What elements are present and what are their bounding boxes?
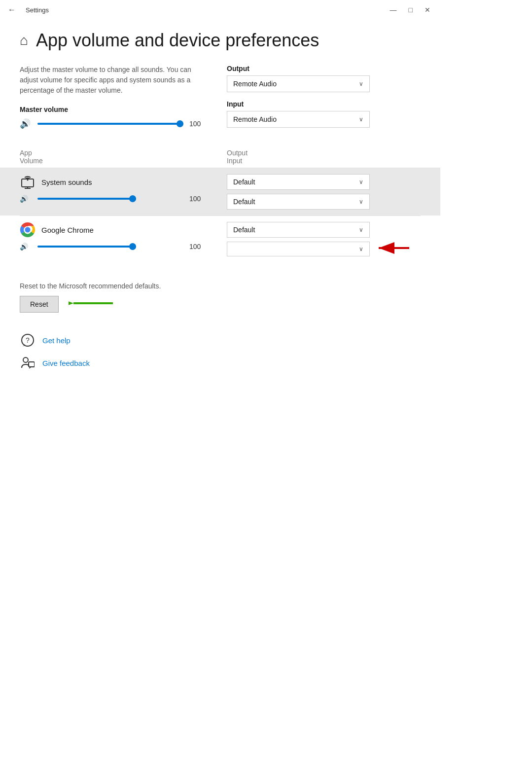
app-table-header: App Volume Output Input	[20, 149, 421, 168]
system-sounds-name-row: System sounds	[20, 174, 207, 190]
titlebar: ← Settings — □ ✕	[0, 0, 440, 20]
app-col-left-header: App Volume	[20, 149, 207, 165]
chrome-row: Google Chrome 🔊 100 Default ∨	[20, 215, 421, 262]
green-arrow-icon	[69, 297, 118, 311]
chrome-icon	[20, 222, 35, 238]
chrome-output-chevron: ∨	[359, 226, 363, 233]
chrome-left: Google Chrome 🔊 100	[20, 222, 207, 251]
app-section: App Volume Output Input	[20, 149, 421, 262]
output-label: Output	[227, 65, 421, 72]
top-section: Adjust the master volume to change all s…	[20, 65, 421, 129]
app-header-top: App	[20, 149, 207, 157]
reset-button[interactable]: Reset	[20, 296, 59, 313]
close-button[interactable]: ✕	[421, 5, 434, 15]
input-dropdown[interactable]: Remote Audio ∨	[227, 111, 370, 128]
system-sounds-left: System sounds 🔊 100	[20, 174, 207, 204]
system-sounds-right: Default ∨ Default ∨	[207, 174, 421, 210]
chrome-slider-container	[37, 242, 183, 251]
minimize-button[interactable]: —	[386, 5, 401, 15]
output-header: Output	[227, 149, 421, 157]
red-arrow-icon	[375, 242, 414, 256]
system-sounds-slider-container	[37, 194, 183, 204]
chrome-right: Default ∨ ∨	[207, 222, 421, 256]
svg-text:?: ?	[26, 336, 30, 344]
maximize-button[interactable]: □	[405, 5, 417, 15]
svg-rect-14	[29, 362, 35, 367]
master-volume-slider[interactable]	[37, 123, 183, 125]
master-volume-label: Master volume	[20, 106, 207, 113]
system-sounds-output-chevron: ∨	[359, 178, 363, 185]
reset-row: Reset	[20, 296, 421, 313]
give-feedback-icon	[20, 355, 35, 371]
titlebar-left: ← Settings	[6, 3, 49, 16]
system-sounds-input-chevron: ∨	[359, 198, 363, 205]
system-sounds-name: System sounds	[41, 178, 92, 186]
master-volume-slider-container	[37, 119, 183, 129]
output-value: Remote Audio	[233, 80, 277, 88]
chrome-input-row: ∨	[227, 242, 421, 256]
chrome-volume-value: 100	[189, 243, 207, 250]
page-title: App volume and device preferences	[36, 30, 319, 51]
system-sounds-input-value: Default	[233, 198, 255, 206]
system-sounds-row: System sounds 🔊 100 Default ∨ Default	[0, 168, 440, 215]
app-header-bottom: Volume	[20, 157, 207, 165]
output-chevron-icon: ∨	[359, 80, 363, 87]
titlebar-title: Settings	[26, 6, 49, 14]
app-col-right-header: Output Input	[207, 149, 421, 165]
input-header: Input	[227, 157, 421, 165]
input-label: Input	[227, 100, 421, 108]
system-sounds-input-dropdown[interactable]: Default ∨	[227, 194, 370, 210]
give-feedback-item[interactable]: Give feedback	[20, 355, 421, 371]
system-sounds-output-value: Default	[233, 178, 255, 186]
give-feedback-text: Give feedback	[42, 359, 90, 367]
reset-section: Reset to the Microsoft recommended defau…	[20, 277, 421, 313]
help-bubble-icon: ?	[21, 333, 35, 347]
get-help-item[interactable]: ? Get help	[20, 332, 421, 348]
top-right: Output Remote Audio ∨ Input Remote Audio…	[227, 65, 421, 129]
system-sounds-svg-icon	[20, 175, 35, 189]
description-text: Adjust the master volume to change all s…	[20, 65, 207, 96]
chrome-output-value: Default	[233, 226, 255, 234]
get-help-text: Get help	[42, 336, 71, 345]
svg-point-3	[27, 179, 29, 181]
system-sounds-output-dropdown[interactable]: Default ∨	[227, 174, 370, 190]
chrome-svg-icon	[20, 222, 35, 238]
home-icon[interactable]: ⌂	[20, 33, 28, 48]
top-left: Adjust the master volume to change all s…	[20, 65, 207, 129]
chrome-slider[interactable]	[37, 246, 136, 248]
svg-point-13	[23, 357, 28, 362]
titlebar-controls: — □ ✕	[386, 5, 434, 15]
page-header: ⌂ App volume and device preferences	[20, 30, 421, 51]
input-chevron-icon: ∨	[359, 116, 363, 123]
output-dropdown[interactable]: Remote Audio ∨	[227, 75, 370, 92]
chrome-output-dropdown[interactable]: Default ∨	[227, 222, 370, 238]
back-button[interactable]: ←	[6, 3, 18, 16]
chrome-volume-row: 🔊 100	[20, 242, 207, 251]
system-sounds-speaker-icon: 🔊	[20, 195, 32, 203]
main-content: ⌂ App volume and device preferences Adju…	[0, 20, 440, 391]
speaker-icon: 🔊	[20, 118, 32, 129]
input-value: Remote Audio	[233, 115, 277, 123]
chrome-name-row: Google Chrome	[20, 222, 207, 238]
chrome-name: Google Chrome	[41, 226, 94, 234]
system-sounds-volume-row: 🔊 100	[20, 194, 207, 204]
system-sounds-icon	[20, 174, 35, 190]
system-sounds-volume-value: 100	[189, 195, 207, 203]
reset-description: Reset to the Microsoft recommended defau…	[20, 282, 421, 290]
master-volume-row: 🔊 100	[20, 118, 207, 129]
system-sounds-slider[interactable]	[37, 198, 136, 200]
svg-point-6	[25, 227, 31, 233]
get-help-icon: ?	[20, 332, 35, 348]
chrome-input-dropdown[interactable]: ∨	[227, 242, 370, 256]
help-section: ? Get help Give feedback	[20, 332, 421, 371]
feedback-person-icon	[21, 356, 35, 370]
chrome-input-chevron: ∨	[359, 246, 363, 252]
master-volume-value: 100	[189, 120, 207, 128]
chrome-speaker-icon: 🔊	[20, 243, 32, 250]
